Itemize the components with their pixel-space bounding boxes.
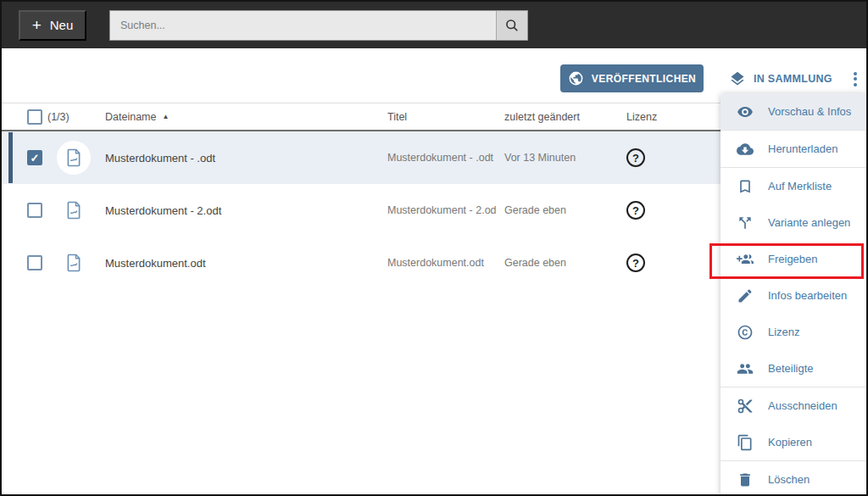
license-unknown-icon[interactable]: ? [626,254,645,272]
menu-item-ausschneiden[interactable]: Ausschneiden [721,387,866,424]
menu-item-freigeben[interactable]: Freigeben [721,241,866,277]
menu-item-vorschau-infos[interactable]: Vorschau & Infos [721,93,866,130]
menu-item-loeschen[interactable]: Löschen [721,461,866,496]
menu-item-label: Auf Merkliste [768,180,832,192]
cloud-download-icon [737,141,754,158]
layers-icon [729,70,746,87]
document-icon [57,141,91,175]
file-name: Musterdokument - .odt [105,152,387,164]
column-header-titel[interactable]: Titel [387,111,504,123]
file-name: Musterdokument.odt [105,257,387,270]
menu-item-label: Infos bearbeiten [768,289,847,302]
select-all-checkbox[interactable] [27,109,42,125]
sort-ascending-icon: ▲ [162,113,169,120]
trash-icon [737,471,754,488]
plus-icon: + [32,17,42,33]
row-checkbox[interactable] [27,203,42,218]
menu-item-kopieren[interactable]: Kopieren [721,424,866,460]
file-modified: Vor 13 Minuten [504,152,618,164]
file-modified: Gerade eben [504,204,618,216]
scissors-icon [737,398,754,415]
menu-item-auf-merkliste[interactable]: Auf Merkliste [721,168,866,204]
menu-item-label: Herunterladen [768,142,837,155]
row-checkbox[interactable] [27,255,42,270]
topbar: + Neu [2,2,866,48]
file-title: Musterdokument.odt [387,257,504,269]
selection-count: (1/3) [42,111,105,123]
bookmark-icon [737,178,754,195]
search-input[interactable] [110,11,496,40]
menu-item-label: Ausschneiden [768,399,837,412]
file-modified: Gerade eben [504,257,618,269]
search-box [109,10,528,41]
menu-item-label: Löschen [768,473,810,486]
collection-button-label: IN SAMMLUNG [754,73,832,85]
search-button[interactable] [496,11,527,40]
people-icon [737,360,754,377]
column-header-lizenz[interactable]: Lizenz [618,111,700,123]
menu-item-label: Kopieren [768,436,812,449]
menu-item-infos-bearbeiten[interactable]: Infos bearbeiten [721,277,866,314]
options-dropdown-menu: Vorschau & Infos Herunterladen Auf Merkl… [721,93,866,496]
pencil-icon [737,287,754,304]
document-icon [57,246,91,280]
globe-icon [568,70,584,86]
person-add-icon [737,251,754,268]
column-header-zuletzt-geaendert[interactable]: zuletzt geändert [504,111,618,123]
menu-item-herunterladen[interactable]: Herunterladen [721,131,866,167]
menu-item-label: Vorschau & Infos [768,105,851,118]
license-unknown-icon[interactable]: ? [626,201,645,220]
copy-icon [737,434,754,451]
menu-item-lizenz[interactable]: Lizenz [721,314,866,350]
menu-item-label: Lizenz [768,326,800,338]
menu-item-beteiligte[interactable]: Beteiligte [721,350,866,387]
row-checkbox[interactable] [27,150,42,165]
file-title: Musterdokument - 2.od [387,204,504,216]
new-button[interactable]: + Neu [19,10,86,41]
app-window: + Neu VERÖFFENTLICHEN IN SAMMLUNG [0,0,868,496]
menu-item-label: Beteiligte [768,362,813,375]
copyright-icon [737,324,754,341]
file-name: Musterdokument - 2.odt [105,204,387,217]
new-button-label: Neu [50,18,74,32]
selected-row-accent-bar [8,132,13,183]
add-to-collection-button[interactable]: IN SAMMLUNG [724,69,837,89]
column-header-dateiname[interactable]: Dateiname ▲ [105,111,387,123]
publish-button[interactable]: VERÖFFENTLICHEN [560,64,704,92]
license-unknown-icon[interactable]: ? [626,148,645,167]
eye-icon [737,103,754,120]
menu-item-label: Variante anlegen [768,216,850,229]
menu-item-variante-anlegen[interactable]: Variante anlegen [721,204,866,241]
search-icon [504,18,520,33]
file-title: Musterdokument - .odt [387,152,504,164]
menu-item-label: Freigeben [768,253,818,265]
more-options-kebab-icon[interactable] [849,68,861,90]
document-icon [57,193,91,227]
fork-icon [737,215,754,231]
publish-button-label: VERÖFFENTLICHEN [592,73,696,85]
